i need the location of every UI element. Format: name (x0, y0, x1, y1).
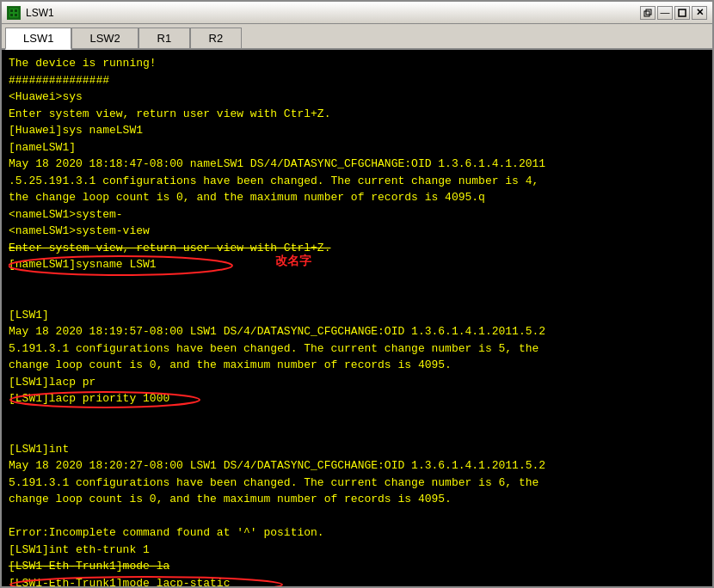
term-line-error: Error:Incomplete command found at '^' po… (9, 524, 705, 542)
term-line-7: May 18 2020 18:18:47-08:00 nameLSW1 DS/4… (9, 156, 705, 173)
window-icon (7, 6, 21, 20)
terminal-content: The device is running! ############### <… (9, 55, 705, 586)
maximize-button[interactable] (674, 6, 690, 20)
term-line-6: [nameLSW1] (9, 139, 705, 156)
term-line-2: ############### (9, 72, 705, 89)
term-line-eth-trunk: [LSW1]int eth-trunk 1 (9, 542, 705, 559)
term-line-14: [LSW1] (9, 307, 705, 324)
mode-lacp-static-line: [LSW1-Eth-Trunk1]mode lacp-static (9, 575, 705, 587)
term-line-10: <nameLSW1>system- (9, 206, 705, 224)
svg-point-8 (9, 256, 232, 275)
annotation-rename: 改名字 (275, 254, 311, 269)
term-line-17: change loop count is 0, and the maximum … (9, 357, 705, 374)
term-line-11: <nameLSW1>system-view (9, 223, 705, 240)
term-line-mode-la: [LSW1-Eth-Trunk1]mode la (9, 558, 705, 575)
lacp-priority-line: [LSW1]lacp priority 1000 (9, 390, 705, 441)
term-line-13: [nameLSW1]sysname LSW1 (9, 256, 705, 307)
term-line-4: Enter system view, return user view with… (9, 106, 705, 123)
terminal-area[interactable]: The device is running! ############### <… (2, 50, 712, 586)
term-line-1: The device is running! (9, 55, 705, 72)
term-line-8: .5.25.191.3.1 configurations have been c… (9, 173, 705, 190)
term-line-20: [LSW1]int (9, 441, 705, 458)
svg-rect-7 (679, 9, 686, 16)
restore-button[interactable] (640, 6, 656, 20)
term-line-12: Enter system view, return user view with… (9, 240, 705, 257)
svg-rect-0 (9, 8, 19, 18)
svg-rect-6 (646, 9, 651, 15)
term-line-9: the change loop count is 0, and the maxi… (9, 189, 705, 206)
title-bar: LSW1 — ✕ (2, 2, 712, 24)
tab-r2[interactable]: R2 (190, 28, 242, 48)
term-line-mode-lacp: [LSW1-Eth-Trunk1]mode lacp-static (9, 575, 705, 587)
svg-point-10 (10, 577, 282, 587)
term-line-blank (9, 508, 705, 525)
term-line-23: change loop count is 0, and the maximum … (9, 491, 705, 508)
term-line-16: 5.191.3.1 configurations have been chang… (9, 340, 705, 358)
svg-rect-4 (15, 14, 17, 16)
term-line-21: May 18 2020 18:20:27-08:00 LSW1 DS/4/DAT… (9, 457, 705, 475)
tab-bar: LSW1 LSW2 R1 R2 (2, 24, 712, 50)
tab-r1[interactable]: R1 (138, 28, 190, 48)
tab-lsw1[interactable]: LSW1 (5, 28, 71, 50)
annotated-line: [nameLSW1]sysname LSW1 改名字 (9, 256, 705, 307)
term-line-18: [LSW1]lacp pr (9, 374, 705, 391)
term-line-19: [LSW1]lacp priority 1000 (9, 390, 705, 441)
close-button[interactable]: ✕ (692, 6, 707, 20)
term-line-5: [Huawei]sys nameLSW1 (9, 122, 705, 139)
tab-lsw2[interactable]: LSW2 (71, 28, 138, 48)
term-line-3: <Huawei>sys (9, 89, 705, 106)
window-title: LSW1 (26, 7, 54, 19)
title-buttons: — ✕ (640, 6, 707, 20)
term-line-22: 5.191.3.1 configurations have been chang… (9, 475, 705, 492)
term-line-15: May 18 2020 18:19:57-08:00 LSW1 DS/4/DAT… (9, 323, 705, 340)
svg-point-9 (10, 392, 200, 407)
svg-rect-2 (15, 9, 17, 12)
main-window: LSW1 — ✕ LSW1 LSW2 R1 (0, 0, 714, 588)
minimize-button[interactable]: — (657, 6, 673, 20)
svg-rect-1 (10, 9, 13, 12)
lacp-pr-line: [LSW1]lacp pr (9, 374, 705, 391)
title-bar-left: LSW1 (7, 6, 54, 20)
svg-rect-3 (10, 14, 13, 16)
svg-rect-5 (644, 11, 649, 16)
